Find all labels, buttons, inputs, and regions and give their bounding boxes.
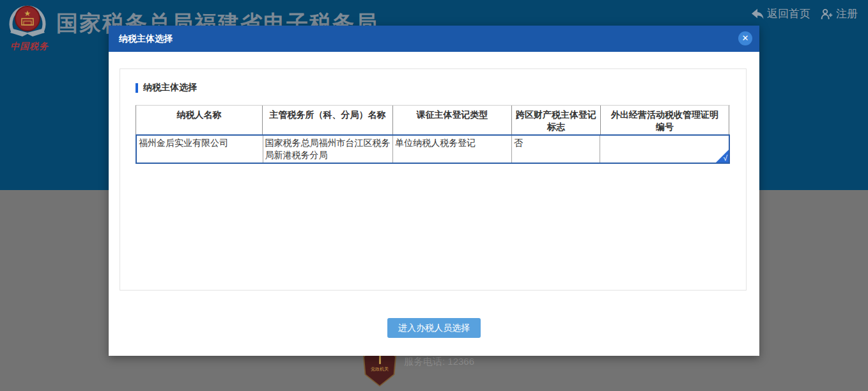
selected-check-mark: √	[723, 154, 727, 163]
gov-badge-label: 党政机关	[371, 366, 389, 372]
taxpayer-panel: 纳税主体选择 纳税人名称 主管税务所（科、分局）名称 课征主体登记类型 跨区财产…	[120, 68, 747, 291]
top-nav: 返回首页 注册	[751, 6, 858, 21]
cell-taxpayer-name: 福州金后实业有限公司	[137, 136, 263, 163]
cell-registration-type: 单位纳税人税务登记	[393, 136, 512, 163]
cell-certificate-no: √	[600, 136, 729, 163]
logo-text: 中国税务	[5, 41, 54, 52]
close-icon: ✕	[742, 33, 749, 43]
back-arrow-icon	[751, 8, 764, 20]
modal-titlebar: 纳税主体选择 ✕	[109, 26, 759, 52]
table-row[interactable]: 福州金后实业有限公司 国家税务总局福州市台江区税务局新港税务分局 单位纳税人税务…	[136, 134, 730, 164]
tax-emblem-icon: ★	[5, 1, 50, 40]
torch-icon	[379, 355, 381, 364]
user-plus-icon	[821, 8, 833, 20]
section-title: 纳税主体选择	[143, 82, 197, 93]
taxpayer-table: 纳税人名称 主管税务所（科、分局）名称 课征主体登记类型 跨区财产税主体登记标志…	[136, 105, 730, 164]
taxpayer-select-modal: 纳税主体选择 ✕ 纳税主体选择 纳税人名称 主管税务所（科、分局）名称 课征主体…	[109, 26, 759, 356]
page-background: { "header": { "site_title": "国家税务总局福建省电子…	[0, 0, 868, 391]
service-phone: 服务电话: 12366	[404, 356, 474, 368]
tax-logo: ★ 中国税务	[5, 1, 54, 52]
modal-title: 纳税主体选择	[109, 26, 759, 52]
register-link[interactable]: 注册	[821, 6, 858, 21]
cell-tax-office: 国家税务总局福州市台江区税务局新港税务分局	[263, 136, 394, 163]
gov-badge-shield: 党政机关	[364, 351, 395, 385]
svg-text:★: ★	[24, 9, 31, 18]
enter-tax-personnel-button[interactable]: 进入办税人员选择	[387, 318, 481, 338]
close-button[interactable]: ✕	[738, 31, 752, 45]
column-header-certificate-no: 外出经营活动税收管理证明编号	[601, 106, 729, 134]
back-home-label: 返回首页	[767, 6, 810, 21]
section-header: 纳税主体选择	[136, 82, 746, 93]
column-header-cross-district-flag: 跨区财产税主体登记标志	[512, 106, 601, 134]
cell-cross-district-flag: 否	[512, 136, 601, 163]
register-label: 注册	[836, 6, 858, 21]
column-header-taxpayer-name: 纳税人名称	[136, 106, 263, 134]
back-home-link[interactable]: 返回首页	[751, 6, 810, 21]
accent-bar	[136, 83, 138, 93]
column-header-registration-type: 课征主体登记类型	[393, 106, 512, 134]
table-header-row: 纳税人名称 主管税务所（科、分局）名称 课征主体登记类型 跨区财产税主体登记标志…	[136, 105, 730, 134]
column-header-tax-office: 主管税务所（科、分局）名称	[263, 106, 393, 134]
